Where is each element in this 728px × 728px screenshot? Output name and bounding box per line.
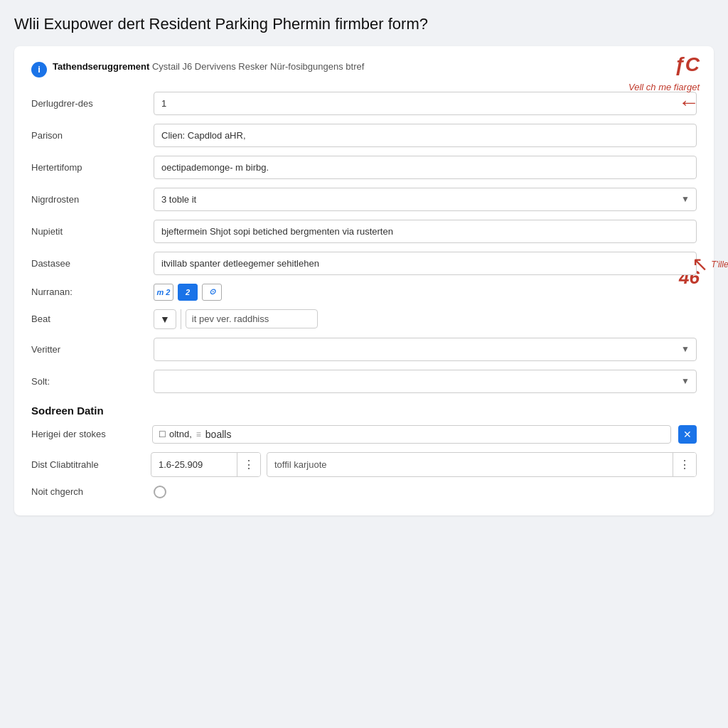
label-nupietit: Nupietit — [31, 226, 145, 237]
dist-second-group: ⋮ — [267, 452, 697, 477]
label-solt: Solt: — [31, 376, 145, 387]
beat-divider — [181, 309, 181, 329]
select-nigrdrosten[interactable]: 3 toble it — [154, 188, 697, 211]
input-dastasee[interactable] — [154, 252, 697, 275]
select-wrapper-veritter: ▼ — [154, 338, 697, 361]
dist-second-input[interactable] — [267, 454, 673, 475]
field-row-derlugdrer: Derlugdrer-des — [31, 92, 697, 115]
herigei-tag-chip-1: ☐ oltnd, — [159, 429, 192, 439]
field-row-hertertifomp: Hertertifomp — [31, 156, 697, 179]
label-noit: Noit chgerch — [31, 486, 145, 497]
label-derlugdrer: Derlugdrer-des — [31, 98, 145, 109]
beat-dropdown[interactable]: ▼ — [154, 309, 176, 329]
field-row-noit: Noit chgerch — [31, 486, 697, 498]
input-hertertifomp[interactable] — [154, 156, 697, 179]
info-icon: i — [31, 62, 47, 77]
noit-radio[interactable] — [154, 486, 166, 498]
select-veritter[interactable] — [154, 338, 697, 361]
field-row-parison: Parison — [31, 124, 697, 147]
nurranan-icons-group: m 2 2 ⊙ — [154, 284, 222, 301]
label-dastasee: Dastasee — [31, 258, 145, 269]
field-row-beat: Beat ▼ — [31, 309, 697, 329]
input-nupietit[interactable] — [154, 220, 697, 243]
tag-separator-icon: ≡ — [196, 429, 201, 439]
select-wrapper-nigrdrosten: 3 toble it ▼ — [154, 188, 697, 211]
label-parison: Parison — [31, 130, 145, 141]
beat-input-group: ▼ — [154, 309, 318, 329]
annotation-top-arrow: ← — [678, 94, 700, 111]
card-header-bold: Tathendseruggrement — [53, 61, 149, 72]
input-parison[interactable] — [154, 124, 697, 147]
herigei-tag-input: ☐ oltnd, ≡ boalls — [152, 425, 671, 444]
form-card: ƒC Vell ch me fiarget ← i Tathendseruggr… — [14, 46, 714, 515]
field-row-herigei: Herigei der stokes ☐ oltnd, ≡ boalls ✕ — [31, 425, 697, 444]
section-title-sodreen: Sodreen Datin — [31, 405, 697, 417]
select-wrapper-solt: ▼ — [154, 370, 697, 393]
field-row-nupietit: Nupietit — [31, 220, 697, 243]
annotation-top-block: Vell ch me fiarget ← — [628, 82, 700, 111]
tag-icon: ☐ — [159, 429, 166, 439]
label-herigei: Herigei der stokes — [31, 429, 145, 439]
beat-text-input[interactable] — [186, 309, 318, 328]
dist-input[interactable] — [151, 454, 237, 475]
herigei-clear-button[interactable]: ✕ — [678, 425, 697, 444]
annotation-bottom-arrow: ↖ — [692, 255, 708, 274]
annotation-bottom-text: T'illel und art the par veson dit — [711, 259, 728, 269]
label-nigrdrosten: Nigrdrosten — [31, 194, 145, 205]
card-header-text: Tathendseruggrement Cystail J6 Dervivens… — [53, 60, 364, 73]
label-dist: Dist Cliabtitrahle — [31, 459, 145, 470]
field-row-veritter: Veritter ▼ — [31, 338, 697, 361]
nurranan-icon-3[interactable]: ⊙ — [202, 284, 222, 301]
annotation-bottom-block: ↖ T'illel und art the par veson dit — [692, 255, 728, 274]
field-row-dastasee: Dastasee ↖ T'illel und art the par veson… — [31, 252, 697, 275]
dist-menu-button[interactable]: ⋮ — [237, 453, 260, 476]
field-row-solt: Solt: ▼ — [31, 370, 697, 393]
tag-text-1: oltnd, — [169, 429, 192, 439]
select-solt[interactable] — [154, 370, 697, 393]
field-row-nurranan: Nurranan: m 2 2 ⊙ — [31, 284, 697, 301]
annotation-top-right: ƒC — [674, 53, 700, 76]
page-title: Wlii Exupower dert Resident Parking Pher… — [14, 14, 714, 35]
input-derlugdrer[interactable] — [154, 92, 697, 115]
chevron-down-icon: ▼ — [160, 314, 170, 325]
nurranan-icon-1[interactable]: m 2 — [154, 284, 173, 301]
field-row-dist: Dist Cliabtitrahle ⋮ ⋮ — [31, 452, 697, 477]
label-veritter: Veritter — [31, 344, 145, 355]
label-hertertifomp: Hertertifomp — [31, 162, 145, 173]
dist-second-menu-button[interactable]: ⋮ — [673, 453, 696, 476]
card-header-rest2: Cystail J6 Dervivens Resker Nür-fosibgun… — [152, 61, 364, 72]
label-beat: Beat — [31, 314, 145, 324]
field-row-nigrdrosten: Nigrdrosten 3 toble it ▼ — [31, 188, 697, 211]
dist-input-group: ⋮ — [151, 452, 261, 477]
card-header: i Tathendseruggrement Cystail J6 Dervive… — [31, 60, 697, 77]
nurranan-icon-2[interactable]: 2 — [178, 284, 198, 301]
label-nurranan: Nurranan: — [31, 287, 145, 297]
tag-text-2: boalls — [205, 429, 232, 440]
